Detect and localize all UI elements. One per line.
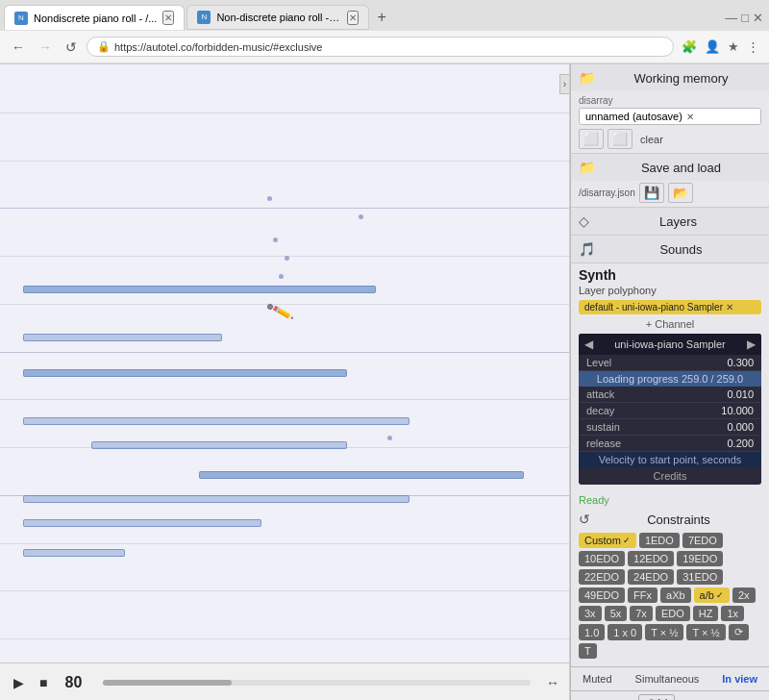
constraint-btn-2x[interactable]: 2x: [732, 588, 756, 603]
constraint-btn-[interactable]: ⟳: [729, 624, 749, 640]
note-bar[interactable]: [23, 286, 376, 293]
muted-btn[interactable]: Muted: [579, 671, 616, 687]
constraint-btn-49edo[interactable]: 49EDO: [579, 588, 625, 603]
constraint-btn-edo[interactable]: EDO: [656, 606, 690, 621]
loop-count-btn[interactable]: ↺ 14: [638, 694, 675, 700]
profile-btn[interactable]: 👤: [703, 38, 722, 56]
note-bar[interactable]: [23, 417, 410, 425]
note-bar[interactable]: [199, 471, 523, 479]
constraint-btn-1edo[interactable]: 1EDO: [639, 533, 680, 548]
constraint-btn-10[interactable]: 1.0: [579, 624, 605, 640]
back-btn[interactable]: ←: [8, 38, 29, 57]
constraint-btn-t[interactable]: T: [579, 643, 597, 659]
file-close-btn[interactable]: ✕: [686, 112, 694, 122]
tab-active[interactable]: N Nondiscrete piano roll - /... ✕: [4, 5, 185, 30]
constraints-section: ↺ Constraints Custom✓1EDO7EDO10EDO12EDO1…: [571, 508, 769, 666]
attack-row[interactable]: attack 0.010: [579, 387, 761, 403]
status-row: Ready: [571, 492, 769, 508]
layers-header[interactable]: ◇ Layers: [571, 208, 769, 235]
constraint-btn-22edo[interactable]: 22EDO: [579, 569, 625, 585]
address-bar[interactable]: 🔒 https://autotel.co/forbidden-music/#ex…: [87, 37, 674, 57]
constraint-btn-t[interactable]: T × ½: [686, 624, 725, 640]
progress-bar[interactable]: [103, 680, 531, 686]
piano-roll-grid[interactable]: ✏️: [0, 64, 569, 662]
save-file-btn[interactable]: 💾: [639, 183, 664, 203]
play-btn[interactable]: ▶: [10, 671, 28, 694]
tab-close-btn[interactable]: ✕: [162, 11, 174, 25]
constraint-btn-1x[interactable]: 1x: [721, 606, 744, 621]
maximize-btn[interactable]: □: [739, 9, 751, 27]
velocity-row[interactable]: Velocity to start point, seconds: [579, 452, 761, 467]
constraint-btn-31edo[interactable]: 31EDO: [677, 569, 723, 585]
save-load-header[interactable]: 📁 Save and load: [571, 154, 769, 181]
tab2-label: Non-discrete piano roll - Aut...: [216, 12, 341, 23]
expand-btn[interactable]: ↔: [546, 675, 559, 690]
working-memory-header[interactable]: 📁 Working memory: [571, 64, 769, 91]
release-row[interactable]: release 0.200: [579, 436, 761, 452]
note-bar[interactable]: [23, 369, 347, 377]
constraint-btn-24edo[interactable]: 24EDO: [628, 569, 674, 585]
sustain-label: sustain: [586, 421, 727, 433]
stop-btn[interactable]: ■: [36, 671, 51, 694]
wm-copy-btn[interactable]: ⬜: [579, 129, 604, 149]
extensions-btn[interactable]: 🧩: [680, 38, 699, 56]
constraint-btn-12edo[interactable]: 12EDO: [628, 551, 674, 566]
panel-collapse-btn[interactable]: ›: [559, 74, 569, 94]
bookmark-btn[interactable]: ★: [726, 38, 741, 56]
refresh-icon[interactable]: ↺: [579, 512, 590, 527]
constraint-btn-t[interactable]: T × ½: [645, 624, 683, 640]
constraint-btn-7x[interactable]: 7x: [630, 606, 653, 621]
file-row: unnamed (autosave) ✕: [579, 108, 761, 125]
constraint-btn-ffx[interactable]: FFx: [628, 588, 657, 603]
decay-row[interactable]: decay 10.000: [579, 403, 761, 419]
constraint-btn-3x[interactable]: 3x: [579, 606, 602, 621]
sounds-header[interactable]: 🎵 Sounds: [571, 236, 769, 262]
new-tab-button[interactable]: +: [369, 5, 393, 30]
piano-roll[interactable]: ✏️ › ▶ ■ 80 ↔: [0, 64, 570, 700]
synth-title: Synth: [579, 267, 761, 283]
forward-btn[interactable]: →: [35, 38, 56, 57]
copy-btn[interactable]: Copy: [579, 696, 611, 701]
note-bar[interactable]: [23, 495, 410, 503]
sustain-row[interactable]: sustain 0.000: [579, 419, 761, 436]
save-icon: 📁: [579, 160, 595, 175]
note-bar[interactable]: [23, 519, 262, 527]
level-row: Level 0.300: [579, 355, 761, 371]
constraint-btn-10edo[interactable]: 10EDO: [579, 551, 625, 566]
working-memory-title: Working memory: [601, 71, 761, 86]
constraints-title: Constraints: [596, 512, 761, 527]
note-bar[interactable]: [91, 441, 347, 449]
clear-btn[interactable]: clear: [640, 134, 663, 145]
close-window-btn[interactable]: ✕: [751, 9, 765, 27]
add-channel-btn[interactable]: + Channel: [579, 318, 761, 330]
constraint-btn-axb[interactable]: aXb: [660, 588, 691, 603]
save-load-title: Save and load: [601, 161, 761, 175]
tab2-close-btn[interactable]: ✕: [347, 11, 359, 25]
decay-label: decay: [586, 405, 721, 416]
reload-btn[interactable]: ↺: [62, 38, 81, 57]
credits-btn[interactable]: Credits: [579, 467, 761, 485]
in-view-btn[interactable]: In view: [718, 671, 761, 687]
tab-inactive[interactable]: N Non-discrete piano roll - Aut... ✕: [186, 5, 369, 30]
polyphony-tag[interactable]: default - uni-iowa-piano Sampler ✕: [579, 300, 761, 314]
constraint-btn-7edo[interactable]: 7EDO: [682, 533, 723, 548]
constraint-btn-hz[interactable]: HZ: [693, 606, 719, 621]
wm-paste-btn[interactable]: ⬜: [608, 129, 633, 149]
note-bar[interactable]: [23, 334, 222, 341]
settings-btn[interactable]: ⋮: [745, 38, 761, 56]
constraint-btn-5x[interactable]: 5x: [605, 606, 628, 621]
sampler-next-btn[interactable]: ▶: [747, 338, 756, 351]
minimize-btn[interactable]: —: [723, 9, 739, 27]
note-bar[interactable]: [23, 549, 126, 557]
load-file-btn[interactable]: 📂: [668, 183, 693, 203]
constraint-btn-ab[interactable]: a/b✓: [694, 588, 730, 603]
sampler-prev-btn[interactable]: ◀: [584, 338, 593, 351]
constraint-btn-19edo[interactable]: 19EDO: [677, 551, 723, 566]
modulation-btn[interactable]: Modulation: [702, 696, 761, 701]
simultaneous-btn[interactable]: Simultaneous: [632, 671, 704, 687]
bpm-display: 80: [59, 674, 87, 691]
polyphony-close-btn[interactable]: ✕: [726, 302, 733, 312]
constraint-btn-1x0[interactable]: 1 x 0: [608, 624, 642, 640]
grid-lines: [0, 64, 569, 662]
constraint-btn-custom[interactable]: Custom✓: [579, 533, 636, 548]
